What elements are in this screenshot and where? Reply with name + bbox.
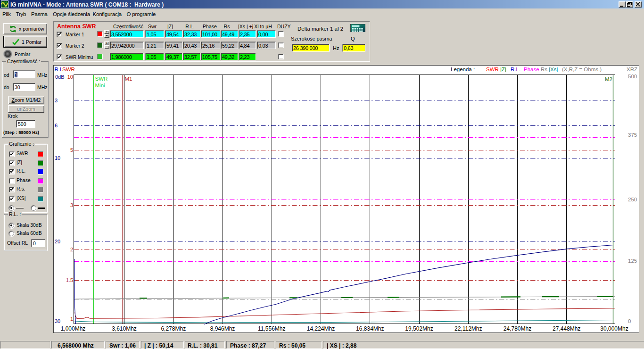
svg-text:(X,R,Z = Ohms.): (X,R,Z = Ohms.) xyxy=(562,66,602,72)
svg-text:3: 3 xyxy=(55,98,58,103)
svg-text:6: 6 xyxy=(55,123,58,128)
svg-text:250: 250 xyxy=(628,197,637,202)
svg-text:M1: M1 xyxy=(125,76,132,82)
svg-text:1.5: 1.5 xyxy=(66,277,73,283)
svg-text:|Xs|: |Xs| xyxy=(549,66,558,72)
svg-text:11,556Mhz: 11,556Mhz xyxy=(258,325,285,332)
svg-text:14,224Mhz: 14,224Mhz xyxy=(307,325,335,332)
svg-text:0: 0 xyxy=(628,318,631,324)
svg-text:16,834Mhz: 16,834Mhz xyxy=(356,325,384,332)
svg-text:R.L.: R.L. xyxy=(511,66,520,72)
svg-text:1: 1 xyxy=(70,316,73,322)
svg-text:22,112Mhz: 22,112Mhz xyxy=(454,325,482,332)
svg-text:|Z|: |Z| xyxy=(500,66,506,72)
svg-text:XRZ: XRZ xyxy=(627,66,637,72)
svg-text:20: 20 xyxy=(55,239,60,244)
svg-text:Legenda :: Legenda : xyxy=(451,66,475,72)
svg-text:30: 30 xyxy=(55,318,60,324)
svg-text:5: 5 xyxy=(70,147,73,153)
svg-text:Mini: Mini xyxy=(95,83,105,88)
svg-text:Rs: Rs xyxy=(541,66,547,72)
svg-text:125: 125 xyxy=(628,258,637,264)
svg-text:SWR: SWR xyxy=(486,66,499,72)
svg-text:SWR: SWR xyxy=(95,76,108,82)
svg-text:3,610Mhz: 3,610Mhz xyxy=(112,325,137,332)
svg-text:30,000Mhz: 30,000Mhz xyxy=(600,325,628,332)
svg-text:0dB: 0dB xyxy=(55,74,65,80)
svg-text:10: 10 xyxy=(55,155,60,161)
svg-text:24,780Mhz: 24,780Mhz xyxy=(504,325,531,332)
svg-text:2: 2 xyxy=(70,247,73,252)
svg-text:19,502Mhz: 19,502Mhz xyxy=(405,325,433,332)
svg-text:3: 3 xyxy=(70,202,73,208)
svg-text:375: 375 xyxy=(628,132,637,138)
svg-text:6,278Mhz: 6,278Mhz xyxy=(161,325,186,332)
svg-text:27,448Mhz: 27,448Mhz xyxy=(553,325,580,332)
svg-text:1,000Mhz: 1,000Mhz xyxy=(61,325,86,332)
svg-text:Phase: Phase xyxy=(524,66,539,72)
svg-text:M2: M2 xyxy=(605,76,612,82)
svg-text:8,946Mhz: 8,946Mhz xyxy=(210,325,235,332)
svg-text:SWR: SWR xyxy=(62,66,75,72)
svg-text:10: 10 xyxy=(67,74,73,80)
svg-text:500: 500 xyxy=(628,74,637,79)
